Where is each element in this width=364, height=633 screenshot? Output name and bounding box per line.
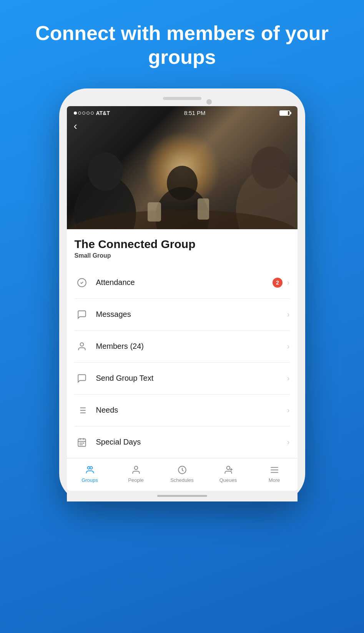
schedules-nav-label: Schedules [170, 477, 194, 483]
attendance-badge: 2 [273, 278, 283, 288]
svg-point-29 [134, 466, 138, 470]
hero-heading: Connect with members of your groups [0, 21, 364, 69]
members-chevron: › [287, 342, 290, 351]
attendance-icon [75, 275, 89, 290]
menu-item-needs[interactable]: Needs › [75, 395, 290, 426]
nav-item-groups[interactable]: Groups [67, 462, 113, 485]
more-nav-icon [269, 465, 280, 475]
battery-fill [280, 111, 288, 115]
status-bar-right [279, 110, 290, 116]
nav-item-queues[interactable]: Queues [205, 462, 251, 485]
phone-mockup: AT&T 8:51 PM ‹ The Connected Group Small… [59, 88, 305, 501]
home-indicator [157, 495, 207, 497]
svg-point-31 [226, 466, 230, 470]
groups-nav-icon [85, 465, 95, 475]
more-nav-label: More [269, 477, 280, 483]
group-name: The Connected Group [75, 238, 290, 250]
send-group-text-label: Send Group Text [96, 374, 287, 383]
content-area: The Connected Group Small Group Attendan… [67, 229, 298, 458]
nav-item-more[interactable]: More [251, 462, 298, 485]
svg-point-28 [90, 466, 93, 469]
people-nav-icon [131, 465, 141, 475]
queues-nav-label: Queues [219, 477, 237, 483]
menu-item-messages[interactable]: Messages › [75, 299, 290, 331]
battery-icon [279, 110, 290, 116]
carrier-label: AT&T [96, 110, 110, 116]
needs-label: Needs [96, 406, 287, 415]
phone-home-bar [67, 491, 298, 501]
menu-list: Attendance 2 › Messages › [75, 267, 290, 458]
svg-rect-9 [67, 106, 298, 229]
phone-speaker [163, 97, 201, 100]
queues-nav-icon [223, 465, 234, 475]
schedules-nav-icon [177, 465, 188, 475]
nav-item-schedules[interactable]: Schedules [159, 462, 205, 485]
hero-image-bg [67, 106, 298, 229]
menu-item-send-group-text[interactable]: Send Group Text › [75, 363, 290, 395]
group-type: Small Group [75, 252, 290, 259]
signal-dot-3 [82, 112, 85, 115]
special-days-label: Special Days [96, 438, 287, 446]
signal-dot-5 [91, 112, 94, 115]
send-group-text-chevron: › [287, 374, 290, 383]
members-label: Members (24) [96, 342, 287, 351]
members-icon [75, 339, 89, 354]
menu-item-members[interactable]: Members (24) › [75, 331, 290, 363]
phone-camera [206, 99, 212, 105]
status-bar: AT&T 8:51 PM [67, 106, 298, 120]
back-button[interactable]: ‹ [74, 120, 77, 132]
bottom-nav: Groups People [67, 458, 298, 491]
signal-dot-1 [74, 112, 77, 115]
special-days-chevron: › [287, 438, 290, 446]
attendance-chevron: › [287, 278, 290, 287]
send-group-text-icon [75, 371, 89, 386]
people-nav-label: People [128, 477, 143, 483]
messages-label: Messages [96, 310, 287, 319]
signal-indicator [74, 112, 94, 115]
menu-item-attendance[interactable]: Attendance 2 › [75, 267, 290, 299]
needs-icon [75, 403, 89, 418]
hero-image: AT&T 8:51 PM ‹ [67, 106, 298, 229]
needs-chevron: › [287, 406, 290, 415]
phone-screen: AT&T 8:51 PM ‹ The Connected Group Small… [67, 106, 298, 491]
signal-dot-4 [86, 112, 90, 115]
signal-dot-2 [78, 112, 81, 115]
svg-point-11 [80, 343, 83, 346]
svg-point-27 [87, 466, 90, 469]
status-bar-left: AT&T [74, 110, 110, 116]
groups-nav-label: Groups [81, 477, 98, 483]
messages-icon [75, 307, 89, 322]
nav-item-people[interactable]: People [113, 462, 159, 485]
menu-item-special-days[interactable]: Special Days › [75, 426, 290, 458]
attendance-label: Attendance [96, 278, 273, 287]
special-days-icon [75, 435, 89, 450]
status-bar-time: 8:51 PM [184, 110, 206, 116]
messages-chevron: › [287, 310, 290, 319]
